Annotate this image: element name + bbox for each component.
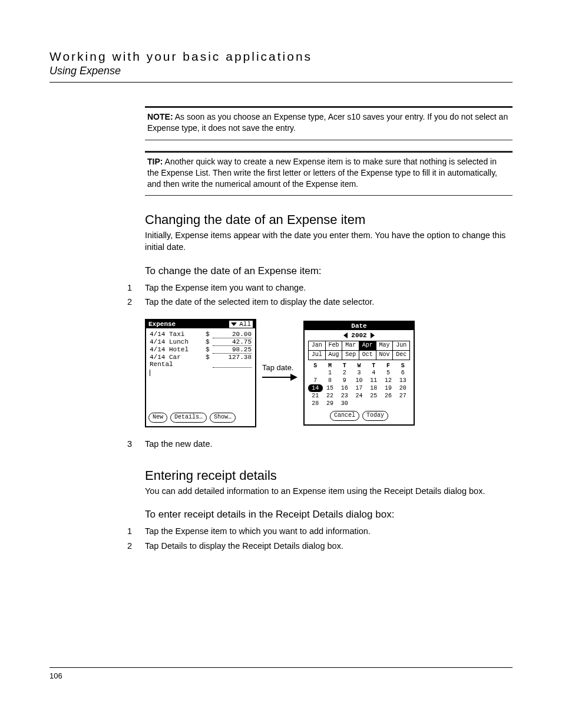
today-button[interactable]: Today (362, 411, 388, 421)
dow-cell: W (352, 363, 366, 369)
expense-row[interactable]: 4/14 Lunch$42.75 (150, 338, 252, 346)
text-cursor (150, 370, 150, 376)
expense-title: Expense (148, 321, 176, 328)
day-cell[interactable]: 28 (308, 400, 323, 407)
month-cell[interactable]: Sep (342, 351, 359, 360)
callout-block: Tap date. (262, 363, 297, 383)
day-cell[interactable]: 15 (323, 384, 338, 392)
page-number: 106 (49, 671, 62, 680)
month-cell[interactable]: Aug (326, 351, 343, 360)
day-grid: 1234567891011121314151617181920212223242… (308, 369, 410, 407)
day-cell[interactable]: 26 (381, 392, 396, 400)
page-footer: 106 (49, 667, 513, 681)
day-cell[interactable]: 29 (323, 400, 338, 407)
steps-receipt: 1Tap the Expense item to which you want … (145, 524, 513, 553)
header-subtitle: Using Expense (49, 65, 513, 77)
month-cell[interactable]: Mar (342, 341, 359, 351)
month-cell[interactable]: Jul (309, 351, 326, 360)
svg-marker-1 (290, 374, 297, 381)
day-cell[interactable]: 22 (323, 392, 338, 400)
section-heading-receipt: Entering receipt details (145, 468, 513, 483)
new-button[interactable]: New (148, 413, 167, 423)
month-cell[interactable]: May (376, 341, 394, 351)
month-cell[interactable]: Apr (359, 341, 376, 351)
day-cell[interactable]: 30 (337, 400, 352, 407)
date-title: Date (351, 322, 366, 330)
day-cell (308, 369, 323, 377)
header-title: Working with your basic applications (49, 50, 513, 64)
expense-row[interactable]: 4/14 Car Rental$127.38 (150, 354, 252, 368)
day-cell[interactable]: 18 (366, 384, 381, 392)
day-cell[interactable]: 12 (381, 377, 396, 384)
expense-titlebar: Expense All (146, 320, 255, 328)
day-cell[interactable]: 17 (352, 384, 366, 392)
tip-label: TIP: (147, 157, 163, 166)
step-text: Tap the new date. (145, 437, 212, 452)
month-cell[interactable]: Jan (309, 341, 326, 351)
step-text: Tap the Expense item you want to change. (145, 281, 306, 295)
dow-cell: F (381, 363, 396, 369)
dow-cell: T (337, 363, 352, 369)
year-prev-icon[interactable] (343, 332, 348, 338)
day-cell (366, 400, 381, 407)
dow-cell: S (395, 363, 410, 369)
note-text: As soon as you choose an Expense type, A… (147, 112, 508, 133)
show-button[interactable]: Show… (210, 413, 236, 423)
step-number: 1 (127, 281, 145, 295)
day-cell (352, 400, 366, 407)
month-cell[interactable]: Dec (393, 351, 410, 360)
day-cell[interactable]: 21 (308, 392, 323, 400)
section-subheading: To enter receipt details in the Receipt … (145, 509, 513, 521)
expense-filter-label: All (239, 321, 251, 328)
day-cell[interactable]: 13 (395, 377, 410, 384)
day-cell[interactable]: 5 (381, 369, 396, 377)
month-cell[interactable]: Jun (393, 341, 410, 351)
month-cell[interactable]: Oct (359, 351, 376, 360)
day-of-week-header: SMTWTFS (308, 363, 410, 369)
date-screen: Date 2002 JanFebMarAprMayJunJulAugSepOct… (303, 321, 415, 426)
month-cell[interactable]: Feb (326, 341, 343, 351)
day-cell[interactable]: 4 (366, 369, 381, 377)
arrow-icon (262, 372, 297, 383)
header-rule (49, 82, 513, 83)
day-cell[interactable]: 1 (323, 369, 338, 377)
day-cell[interactable]: 10 (352, 377, 366, 384)
step-text: Tap the date of the selected item to dis… (145, 295, 374, 309)
step-number: 2 (127, 539, 145, 554)
day-cell[interactable]: 19 (381, 384, 396, 392)
day-cell[interactable]: 6 (395, 369, 410, 377)
expense-filter[interactable]: All (229, 321, 253, 328)
day-cell[interactable]: 16 (337, 384, 352, 392)
section-body: Initially, Expense items appear with the… (145, 230, 513, 253)
steps-change-date: 1Tap the Expense item you want to change… (145, 281, 513, 309)
day-cell[interactable]: 8 (323, 377, 338, 384)
date-titlebar: Date (305, 322, 414, 330)
details-button[interactable]: Details… (170, 413, 207, 423)
day-cell[interactable]: 25 (366, 392, 381, 400)
step-number: 1 (127, 524, 145, 539)
year-next-icon[interactable] (371, 332, 375, 338)
day-cell[interactable]: 3 (352, 369, 366, 377)
day-cell (395, 400, 410, 407)
step-number: 3 (127, 437, 145, 452)
day-cell[interactable]: 27 (395, 392, 410, 400)
day-cell[interactable]: 14 (308, 384, 323, 392)
cancel-button[interactable]: Cancel (330, 411, 359, 421)
expense-row[interactable]: 4/14 Hotel$98.25 (150, 346, 252, 354)
day-cell[interactable]: 24 (352, 392, 366, 400)
page-header: Working with your basic applications Usi… (49, 50, 513, 83)
day-cell[interactable]: 11 (366, 377, 381, 384)
day-cell[interactable]: 2 (337, 369, 352, 377)
day-cell[interactable]: 20 (395, 384, 410, 392)
date-year: 2002 (351, 332, 366, 339)
month-grid: JanFebMarAprMayJunJulAugSepOctNovDec (308, 341, 410, 360)
day-cell[interactable]: 23 (337, 392, 352, 400)
month-cell[interactable]: Nov (376, 351, 394, 360)
step-text: Tap Details to display the Receipt Detai… (145, 539, 343, 554)
day-cell[interactable]: 9 (337, 377, 352, 384)
dow-cell: T (366, 363, 381, 369)
expense-row[interactable]: 4/14 Taxi$20.00 (150, 331, 252, 338)
day-cell[interactable]: 7 (308, 377, 323, 384)
day-cell (381, 400, 396, 407)
section-body: You can add detailed information to an E… (145, 486, 513, 498)
